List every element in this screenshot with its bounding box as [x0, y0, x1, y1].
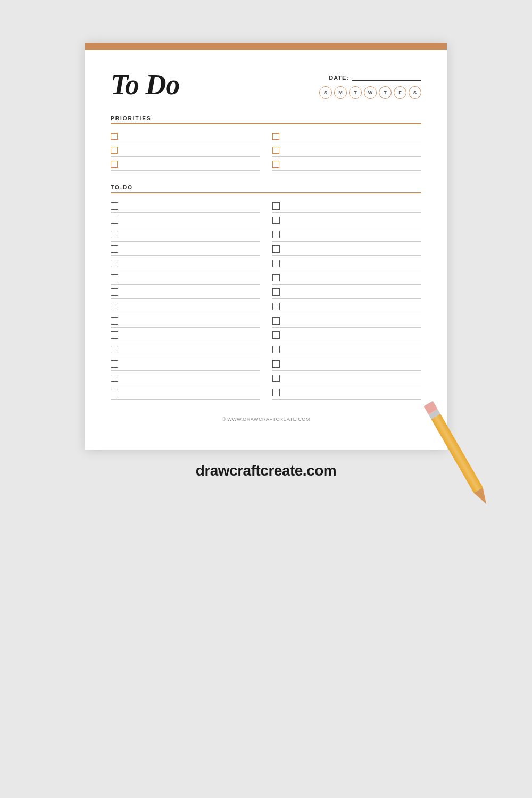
- todo-checkbox[interactable]: [272, 360, 280, 368]
- day-wednesday: W: [364, 86, 377, 99]
- todo-item: [111, 243, 260, 256]
- todo-checkbox[interactable]: [272, 288, 280, 296]
- bottom-branding: drawcraftcreate.com: [196, 462, 336, 479]
- todo-item: [272, 271, 421, 285]
- todo-checkbox[interactable]: [111, 331, 118, 339]
- date-label: DATE:: [329, 74, 349, 81]
- todo-item: [272, 372, 421, 385]
- todo-item: [272, 286, 421, 299]
- todo-checkbox[interactable]: [272, 217, 280, 224]
- todo-checkbox[interactable]: [111, 303, 118, 310]
- todo-line: [122, 331, 260, 339]
- todo-line: [284, 231, 421, 238]
- priorities-list: [111, 130, 421, 172]
- todo-item: [272, 243, 421, 256]
- todo-item: [272, 386, 421, 400]
- todo-line: [122, 217, 260, 224]
- day-thursday: T: [379, 86, 392, 99]
- todo-checkbox[interactable]: [272, 274, 280, 281]
- todo-checkbox[interactable]: [272, 245, 280, 253]
- todo-line: [284, 260, 421, 267]
- priority-item: [111, 130, 260, 143]
- todo-line: [284, 331, 421, 339]
- todo-checkbox[interactable]: [272, 346, 280, 353]
- todo-checkbox[interactable]: [272, 231, 280, 238]
- todo-checkbox[interactable]: [272, 331, 280, 339]
- todo-item: [272, 300, 421, 313]
- page-content: To Do DATE: S M T W T F S PRIORITIES: [85, 50, 447, 450]
- todo-item: [111, 358, 260, 371]
- priority-item: [111, 158, 260, 171]
- todo-checkbox[interactable]: [111, 231, 118, 238]
- footer-copyright: © WWW.DRAWCRAFTCREATE.COM: [222, 417, 310, 422]
- priority-line: [122, 147, 260, 154]
- todo-checkbox[interactable]: [111, 274, 118, 281]
- priority-line: [284, 133, 421, 140]
- todo-line: [122, 303, 260, 310]
- todo-line: [284, 303, 421, 310]
- priority-item: [272, 130, 421, 143]
- day-friday: F: [394, 86, 406, 99]
- todo-checkbox[interactable]: [272, 303, 280, 310]
- todo-checkbox[interactable]: [272, 202, 280, 210]
- todo-item: [111, 286, 260, 299]
- priority-checkbox[interactable]: [111, 133, 118, 140]
- todo-line: [284, 202, 421, 210]
- todo-item: [272, 343, 421, 356]
- todo-checkbox[interactable]: [111, 202, 118, 210]
- day-tuesday: T: [349, 86, 362, 99]
- priority-checkbox[interactable]: [272, 133, 279, 140]
- todo-line: [122, 245, 260, 253]
- todo-checkbox[interactable]: [272, 317, 280, 325]
- todo-checkbox[interactable]: [111, 317, 118, 325]
- todo-line: [284, 245, 421, 253]
- header-row: To Do DATE: S M T W T F S: [111, 69, 421, 101]
- priority-checkbox[interactable]: [111, 147, 118, 154]
- priority-checkbox[interactable]: [272, 161, 279, 168]
- todo-checkbox[interactable]: [272, 389, 280, 396]
- todo-item: [111, 343, 260, 356]
- todo-line: [284, 389, 421, 396]
- todo-item: [111, 314, 260, 328]
- days-row: S M T W T F S: [319, 86, 421, 99]
- todo-line: [284, 317, 421, 325]
- priority-checkbox[interactable]: [272, 147, 279, 154]
- todo-checkbox[interactable]: [111, 245, 118, 253]
- todo-line: [284, 217, 421, 224]
- todo-page: To Do DATE: S M T W T F S PRIORITIES: [85, 43, 447, 450]
- todo-section-header: TO-DO: [111, 185, 421, 193]
- pencil-body: [431, 414, 483, 493]
- todo-item: [111, 386, 260, 400]
- day-monday: M: [334, 86, 347, 99]
- todo-line: [122, 260, 260, 267]
- todo-item: [272, 257, 421, 270]
- date-input-line: [352, 74, 421, 81]
- todo-item: [111, 329, 260, 342]
- todo-checkbox[interactable]: [111, 346, 118, 353]
- todo-checkbox[interactable]: [111, 260, 118, 267]
- todo-item: [111, 271, 260, 285]
- todo-item: [111, 372, 260, 385]
- todo-checkbox[interactable]: [111, 360, 118, 368]
- priorities-section-header: PRIORITIES: [111, 115, 421, 124]
- todo-checkbox[interactable]: [272, 375, 280, 382]
- todo-line: [284, 375, 421, 382]
- todo-list: [111, 200, 421, 401]
- todo-item: [111, 257, 260, 270]
- todo-item: [272, 329, 421, 342]
- todo-checkbox[interactable]: [111, 288, 118, 296]
- todo-line: [122, 389, 260, 396]
- todo-line: [284, 274, 421, 281]
- date-area: DATE: S M T W T F S: [319, 69, 421, 99]
- todo-checkbox[interactable]: [272, 260, 280, 267]
- todo-checkbox[interactable]: [111, 217, 118, 224]
- todo-checkbox[interactable]: [111, 375, 118, 382]
- todo-checkbox[interactable]: [111, 389, 118, 396]
- pencil-decoration: [408, 392, 502, 508]
- todo-label: TO-DO: [111, 185, 421, 190]
- priority-checkbox[interactable]: [111, 161, 118, 168]
- day-sunday: S: [319, 86, 332, 99]
- date-line: DATE:: [329, 74, 421, 81]
- priority-item: [272, 158, 421, 171]
- day-saturday: S: [409, 86, 421, 99]
